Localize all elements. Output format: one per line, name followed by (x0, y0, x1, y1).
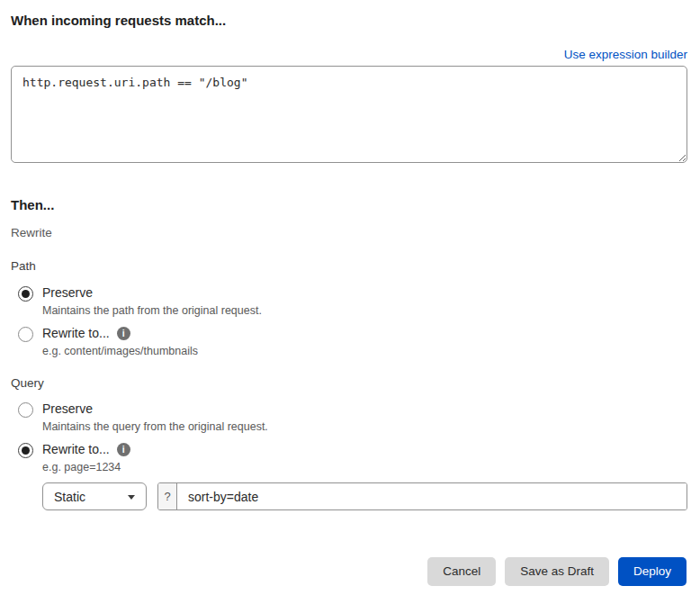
path-preserve-description: Maintains the path from the original req… (42, 304, 262, 318)
rewrite-subheading: Rewrite (11, 226, 687, 240)
path-preserve-option[interactable]: Preserve Maintains the path from the ori… (18, 285, 687, 318)
info-icon[interactable]: i (117, 327, 130, 340)
query-preserve-label: Preserve (42, 401, 268, 417)
info-icon[interactable]: i (117, 443, 130, 456)
path-preserve-radio[interactable] (18, 286, 33, 302)
cancel-button[interactable]: Cancel (427, 557, 496, 586)
query-value-input[interactable] (177, 483, 687, 509)
deploy-button[interactable]: Deploy (618, 557, 687, 586)
then-section-heading: Then... (11, 197, 687, 213)
expression-editor[interactable]: http.request.uri.path == "/blog" (11, 66, 687, 163)
match-section-heading: When incoming requests match... (11, 13, 687, 29)
query-preserve-option[interactable]: Preserve Maintains the query from the or… (18, 401, 687, 434)
rewrite-type-select-value: Static (54, 490, 85, 504)
query-rewrite-label: Rewrite to... (42, 442, 110, 457)
query-rewrite-controls: Static ? (42, 482, 687, 510)
query-rewrite-option[interactable]: Rewrite to... i e.g. page=1234 (18, 442, 687, 474)
chevron-down-icon (128, 495, 135, 500)
path-preserve-label: Preserve (42, 285, 262, 301)
query-value-composite: ? (157, 482, 687, 510)
path-rewrite-label: Rewrite to... (42, 326, 110, 341)
path-preserve-text: Preserve Maintains the path from the ori… (42, 285, 262, 318)
query-preserve-radio[interactable] (18, 402, 33, 418)
query-preserve-text: Preserve Maintains the query from the or… (42, 401, 268, 434)
query-rewrite-label-row: Rewrite to... i (42, 442, 130, 457)
query-rewrite-text: Rewrite to... i e.g. page=1234 (42, 442, 130, 474)
query-rewrite-radio[interactable] (18, 443, 33, 458)
rewrite-rule-form: When incoming requests match... Use expr… (0, 0, 700, 586)
form-footer: Cancel Save as Draft Deploy (11, 557, 687, 586)
query-prefix-badge: ? (158, 483, 177, 509)
path-group-label: Path (11, 259, 687, 274)
query-group-label: Query (11, 376, 687, 391)
save-as-draft-button[interactable]: Save as Draft (505, 557, 609, 586)
path-rewrite-option[interactable]: Rewrite to... i e.g. content/images/thum… (18, 326, 687, 358)
query-preserve-description: Maintains the query from the original re… (42, 420, 268, 434)
path-rewrite-text: Rewrite to... i e.g. content/images/thum… (42, 326, 198, 358)
path-rewrite-description: e.g. content/images/thumbnails (42, 345, 198, 358)
expression-builder-link-row: Use expression builder (11, 47, 687, 62)
path-rewrite-radio[interactable] (18, 327, 33, 342)
path-rewrite-label-row: Rewrite to... i (42, 326, 198, 341)
rewrite-type-select[interactable]: Static (42, 482, 147, 510)
query-rewrite-description: e.g. page=1234 (42, 461, 130, 474)
use-expression-builder-link[interactable]: Use expression builder (564, 48, 687, 61)
